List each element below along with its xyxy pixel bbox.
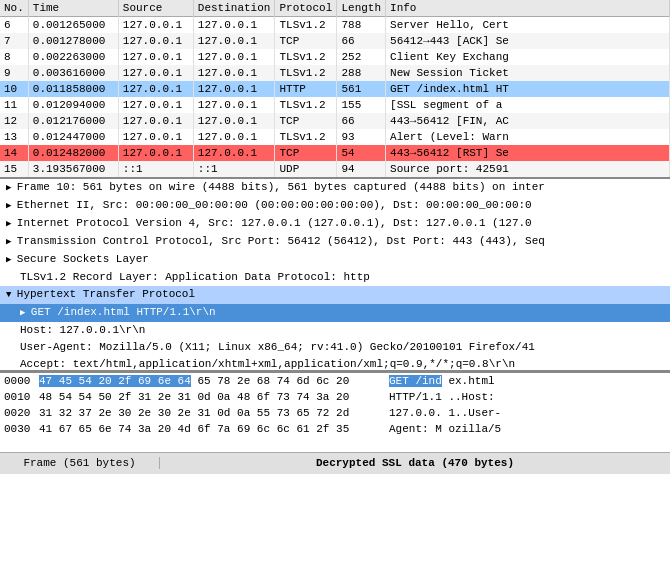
detail-line[interactable]: ▶ Ethernet II, Src: 00:00:00_00:00:00 (0…: [0, 197, 670, 215]
packet-detail-panel: ▶ Frame 10: 561 bytes on wire (4488 bits…: [0, 177, 670, 372]
detail-line[interactable]: ▶ Transmission Control Protocol, Src Por…: [0, 233, 670, 251]
col-destination: Destination: [193, 0, 275, 17]
detail-line[interactable]: ▼ Hypertext Transfer Protocol: [0, 286, 670, 304]
hex-line: 001048 54 54 50 2f 31 2e 31 0d 0a 48 6f …: [0, 389, 670, 405]
detail-line[interactable]: ▶ Internet Protocol Version 4, Src: 127.…: [0, 215, 670, 233]
col-protocol: Protocol: [275, 0, 337, 17]
status-frame: Frame (561 bytes): [0, 457, 160, 469]
table-row[interactable]: 60.001265000127.0.0.1127.0.0.1TLSv1.2788…: [0, 17, 670, 33]
table-row[interactable]: 100.011858000127.0.0.1127.0.0.1HTTP561GE…: [0, 81, 670, 97]
detail-line[interactable]: ▶ Secure Sockets Layer: [0, 251, 670, 269]
hex-line: 003041 67 65 6e 74 3a 20 4d 6f 7a 69 6c …: [0, 421, 670, 437]
packet-list-container: No. Time Source Destination Protocol Len…: [0, 0, 670, 177]
status-bar: Frame (561 bytes) Decrypted SSL data (47…: [0, 452, 670, 474]
col-length: Length: [337, 0, 386, 17]
detail-line: TLSv1.2 Record Layer: Application Data P…: [0, 269, 670, 286]
table-row[interactable]: 80.002263000127.0.0.1127.0.0.1TLSv1.2252…: [0, 49, 670, 65]
detail-line: ▶ GET /index.html HTTP/1.1\r\n: [0, 304, 670, 322]
detail-line: Host: 127.0.0.1\r\n: [0, 322, 670, 339]
table-row[interactable]: 140.012482000127.0.0.1127.0.0.1TCP54443→…: [0, 145, 670, 161]
col-info: Info: [386, 0, 670, 17]
table-row[interactable]: 70.001278000127.0.0.1127.0.0.1TCP6656412…: [0, 33, 670, 49]
status-decrypted: Decrypted SSL data (470 bytes): [160, 457, 670, 469]
hex-line: 000047 45 54 20 2f 69 6e 64 65 78 2e 68 …: [0, 373, 670, 389]
detail-line: User-Agent: Mozilla/5.0 (X11; Linux x86_…: [0, 339, 670, 356]
hex-line: 002031 32 37 2e 30 2e 30 2e 31 0d 0a 55 …: [0, 405, 670, 421]
detail-line[interactable]: ▶ Frame 10: 561 bytes on wire (4488 bits…: [0, 179, 670, 197]
table-row[interactable]: 120.012176000127.0.0.1127.0.0.1TCP66443→…: [0, 113, 670, 129]
detail-line: Accept: text/html,application/xhtml+xml,…: [0, 356, 670, 372]
col-no: No.: [0, 0, 28, 17]
col-source: Source: [118, 0, 193, 17]
table-row[interactable]: 110.012094000127.0.0.1127.0.0.1TLSv1.215…: [0, 97, 670, 113]
table-row[interactable]: 153.193567000::1::1UDP94Source port: 425…: [0, 161, 670, 177]
table-row[interactable]: 90.003616000127.0.0.1127.0.0.1TLSv1.2288…: [0, 65, 670, 81]
col-time: Time: [28, 0, 118, 17]
column-headers: No. Time Source Destination Protocol Len…: [0, 0, 670, 17]
hex-dump-panel: 000047 45 54 20 2f 69 6e 64 65 78 2e 68 …: [0, 372, 670, 452]
table-row[interactable]: 130.012447000127.0.0.1127.0.0.1TLSv1.293…: [0, 129, 670, 145]
